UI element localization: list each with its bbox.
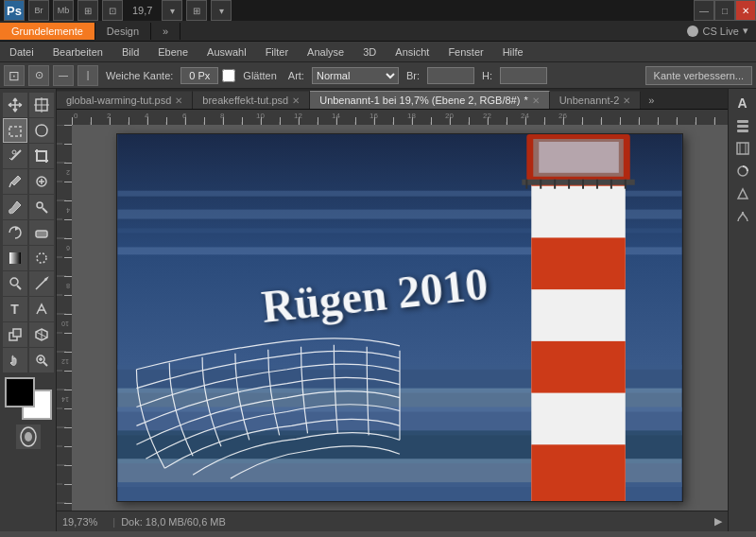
svg-point-11 — [37, 202, 43, 208]
ruler-vertical: 0 2 4 6 8 10 12 14 — [57, 125, 72, 511]
menu-bar: Datei Bearbeiten Bild Ebene Auswahl Filt… — [0, 42, 756, 62]
ruler-corner — [57, 110, 72, 125]
svg-text:6: 6 — [182, 112, 187, 120]
menu-bearbeiten[interactable]: Bearbeiten — [43, 43, 112, 61]
options-bar: ⊡ ⊙ — | Weiche Kante: Glätten Art: Norma… — [0, 62, 756, 89]
rp-layers-btn[interactable] — [732, 115, 753, 136]
menu-fenster[interactable]: Fenster — [438, 43, 492, 61]
left-toolbar: T — [0, 89, 57, 531]
tool-row-9: T — [2, 297, 55, 321]
timeline-btn[interactable]: ▶ — [714, 515, 722, 528]
svg-text:20: 20 — [445, 112, 454, 120]
rp-paths-btn[interactable] — [732, 206, 753, 227]
tab-grundelemente[interactable]: Grundelemente — [0, 23, 95, 40]
shape-tool[interactable] — [3, 322, 27, 347]
quick-mask-btn[interactable] — [16, 424, 41, 449]
doc-tab-3[interactable]: Unbenannt-2 ✕ — [550, 91, 642, 109]
svg-text:4: 4 — [66, 207, 70, 214]
svg-line-5 — [9, 158, 11, 160]
svg-text:8: 8 — [66, 283, 70, 289]
selection-rect-icon[interactable]: ⊡ — [4, 65, 25, 86]
br-input[interactable] — [427, 67, 474, 84]
foreground-color[interactable] — [5, 377, 35, 407]
menu-hilfe[interactable]: Hilfe — [493, 43, 533, 61]
blur-tool[interactable] — [29, 246, 54, 270]
gradient-tool[interactable] — [3, 246, 27, 270]
svg-rect-125 — [531, 444, 625, 501]
layout-toggle[interactable]: ▾ — [211, 0, 232, 21]
crop-tool[interactable] — [29, 144, 54, 168]
move-tool[interactable] — [3, 93, 27, 117]
br-label: Br: — [403, 70, 423, 81]
menu-ansicht[interactable]: Ansicht — [386, 43, 438, 61]
svg-rect-124 — [531, 341, 625, 393]
bridge-btn[interactable]: Br — [28, 0, 49, 21]
color-picker[interactable] — [5, 377, 52, 420]
svg-point-14 — [37, 253, 46, 263]
screen-mode-btn[interactable]: ⊡ — [102, 0, 123, 21]
zoom-toggle[interactable]: ▾ — [162, 0, 182, 21]
eyedropper-tool[interactable] — [3, 169, 27, 194]
tab-overflow[interactable]: » — [151, 23, 180, 40]
svg-text:0: 0 — [74, 112, 78, 120]
menu-auswahl[interactable]: Auswahl — [198, 43, 256, 61]
selection-row-icon[interactable]: — — [53, 65, 74, 86]
menu-3d[interactable]: 3D — [353, 43, 386, 61]
doc-tab-0[interactable]: global-warming-tut.psd ✕ — [57, 91, 193, 109]
glatten-checkbox[interactable] — [222, 69, 235, 82]
layout-btn[interactable]: ⊞ — [186, 0, 207, 21]
doc-tab-2[interactable]: Unbenannt-1 bei 19,7% (Ebene 2, RGB/8#) … — [310, 91, 549, 109]
dodge-tool[interactable] — [3, 271, 27, 296]
svg-text:14: 14 — [61, 396, 69, 403]
hand-tool[interactable] — [3, 348, 27, 372]
pen-tool[interactable] — [29, 271, 54, 296]
doc-tab-1[interactable]: breakeffekt-tut.psd ✕ — [193, 91, 310, 109]
tab-design[interactable]: Design — [95, 23, 151, 40]
tool-row-7 — [2, 246, 55, 270]
menu-bild[interactable]: Bild — [112, 43, 148, 61]
ruler-horizontal: 0 2 4 6 8 10 12 14 16 18 20 22 24 26 — [72, 110, 728, 125]
close-btn[interactable]: ✕ — [735, 0, 756, 21]
type-tool[interactable]: T — [3, 297, 27, 321]
h-input[interactable] — [500, 67, 547, 84]
doc-tab-close-3[interactable]: ✕ — [623, 95, 630, 106]
brush-tool[interactable] — [3, 195, 27, 219]
path-select-tool[interactable] — [29, 297, 54, 321]
rp-adjustments-btn[interactable] — [732, 138, 753, 159]
doc-tab-close-2[interactable]: ✕ — [532, 95, 540, 106]
menu-datei[interactable]: Datei — [0, 43, 43, 61]
history-brush-tool[interactable] — [3, 220, 27, 245]
canvas[interactable]: Rügen 2010 — [116, 133, 683, 502]
selection-col-icon[interactable]: | — [77, 65, 98, 86]
maximize-btn[interactable]: □ — [714, 0, 735, 21]
artboard-tool[interactable] — [29, 93, 54, 117]
minimize-btn[interactable]: — — [694, 0, 714, 21]
kante-verbessern-btn[interactable]: Kante verbessern... — [645, 66, 752, 85]
selection-ellipse-icon[interactable]: ⊙ — [28, 65, 49, 86]
3d-tool[interactable] — [29, 322, 54, 347]
clone-tool[interactable] — [29, 195, 54, 219]
menu-ebene[interactable]: Ebene — [148, 43, 198, 61]
magic-wand-tool[interactable] — [3, 144, 27, 168]
status-bar: 19,73% | Dok: 18,0 MB/60,6 MB ▶ — [57, 511, 728, 531]
menu-analyse[interactable]: Analyse — [298, 43, 353, 61]
menu-filter[interactable]: Filter — [256, 43, 298, 61]
cs-live-btn[interactable]: CS Live ▾ — [687, 25, 756, 37]
rp-style-btn[interactable] — [732, 183, 753, 204]
minibridge-btn[interactable]: Mb — [53, 0, 74, 21]
doc-tab-close-1[interactable]: ✕ — [292, 95, 300, 106]
zoom-tool[interactable] — [29, 348, 54, 372]
svg-rect-13 — [9, 252, 21, 264]
healing-tool[interactable] — [29, 169, 54, 194]
rect-select-tool[interactable] — [3, 118, 27, 143]
rp-swatches-btn[interactable] — [732, 161, 753, 182]
rp-text-btn[interactable]: A — [732, 93, 753, 113]
weiche-kante-input[interactable] — [180, 67, 218, 84]
doc-tabs: global-warming-tut.psd ✕ breakeffekt-tut… — [57, 89, 728, 110]
art-select[interactable]: Normal Fest umrissen — [312, 67, 399, 84]
doc-tabs-more[interactable]: » — [641, 92, 662, 109]
eraser-tool[interactable] — [29, 220, 54, 245]
lasso-tool[interactable] — [29, 118, 54, 143]
arrange-btn[interactable]: ⊞ — [77, 0, 98, 21]
doc-tab-close-0[interactable]: ✕ — [175, 95, 182, 106]
